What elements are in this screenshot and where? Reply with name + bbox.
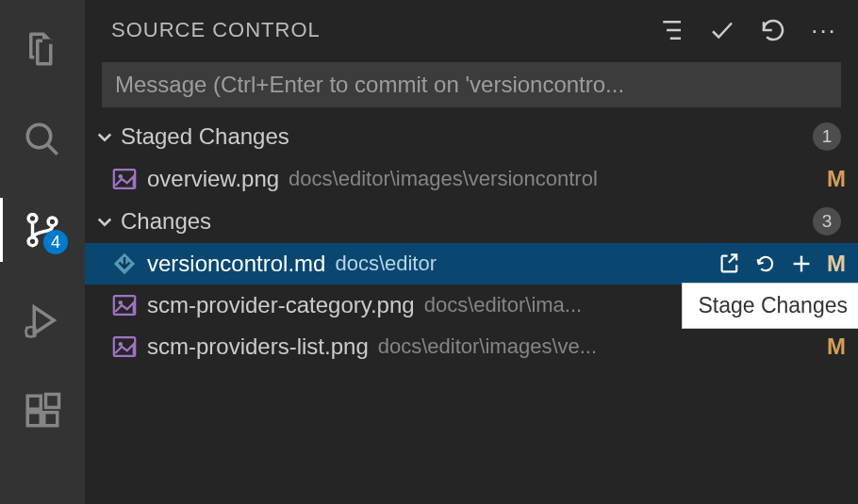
section-staged-changes[interactable]: Staged Changes 1 xyxy=(85,115,858,158)
view-as-tree-button[interactable] xyxy=(654,13,688,47)
open-file-button[interactable] xyxy=(715,249,745,279)
search-icon xyxy=(23,120,62,159)
commit-message-input[interactable]: Message (Ctrl+Enter to commit on 'versio… xyxy=(102,62,841,107)
changes-file-row[interactable]: scm-providers-list.png docs\editor\image… xyxy=(85,326,858,367)
image-file-icon xyxy=(111,292,138,318)
commit-message-box: Message (Ctrl+Enter to commit on 'versio… xyxy=(102,62,841,107)
markdown-file-icon xyxy=(111,251,138,277)
activity-source-control[interactable]: 4 xyxy=(0,198,85,262)
debug-icon xyxy=(23,301,62,340)
refresh-button[interactable] xyxy=(756,13,790,47)
activity-explorer[interactable] xyxy=(0,17,85,81)
svg-rect-12 xyxy=(27,413,41,426)
refresh-icon xyxy=(759,16,787,44)
svg-line-9 xyxy=(26,335,28,337)
activity-bar: 4 xyxy=(0,0,85,504)
file-status: M xyxy=(824,333,849,360)
chevron-down-icon xyxy=(92,124,117,149)
open-file-icon xyxy=(718,252,741,275)
changes-file-row[interactable]: versioncontrol.md docs\editor xyxy=(85,243,858,285)
more-actions-button[interactable]: ··· xyxy=(807,13,841,47)
file-path: docs\editor xyxy=(335,252,709,276)
stage-changes-button[interactable] xyxy=(786,249,817,279)
commit-button[interactable] xyxy=(705,13,739,47)
discard-changes-button[interactable] xyxy=(751,249,781,279)
chevron-down-icon xyxy=(92,209,117,234)
panel-title: SOURCE CONTROL xyxy=(111,18,654,42)
svg-point-2 xyxy=(28,214,37,222)
tree-icon xyxy=(657,16,685,44)
count-badge: 1 xyxy=(813,122,841,151)
image-file-icon xyxy=(111,166,138,192)
file-status: M xyxy=(824,166,849,192)
svg-rect-14 xyxy=(46,395,59,408)
section-label: Staged Changes xyxy=(121,123,813,150)
svg-point-0 xyxy=(27,124,51,148)
staged-file-row[interactable]: overview.png docs\editor\images\versionc… xyxy=(85,158,858,200)
svg-line-7 xyxy=(26,327,28,329)
svg-rect-11 xyxy=(27,396,41,409)
file-status: M xyxy=(824,251,849,277)
svg-line-10 xyxy=(34,335,36,337)
svg-line-8 xyxy=(34,327,36,329)
file-name: versioncontrol.md xyxy=(147,251,325,277)
activity-search[interactable] xyxy=(0,107,85,171)
image-file-icon xyxy=(111,333,138,360)
panel-header: SOURCE CONTROL ··· xyxy=(85,0,858,57)
svg-point-3 xyxy=(28,237,37,246)
file-path: docs\editor\images\versioncontrol xyxy=(289,167,817,191)
panel-actions: ··· xyxy=(654,13,849,47)
source-control-panel: SOURCE CONTROL ··· xyxy=(85,0,858,504)
extensions-icon xyxy=(23,391,62,431)
count-badge: 3 xyxy=(813,207,841,236)
svg-point-4 xyxy=(48,218,57,226)
discard-icon xyxy=(754,252,777,275)
scm-badge: 4 xyxy=(43,230,68,254)
activity-extensions[interactable] xyxy=(0,379,85,443)
svg-rect-13 xyxy=(44,413,58,426)
section-changes[interactable]: Changes 3 xyxy=(85,200,858,243)
file-path: docs\editor\images\ve... xyxy=(378,334,817,359)
activity-debug[interactable] xyxy=(0,288,85,352)
check-icon xyxy=(708,16,736,44)
section-label: Changes xyxy=(121,208,813,235)
tooltip: Stage Changes xyxy=(682,283,858,329)
svg-line-1 xyxy=(47,144,58,154)
ellipsis-icon: ··· xyxy=(811,25,837,35)
file-name: scm-provider-category.png xyxy=(147,292,415,318)
file-name: overview.png xyxy=(147,166,279,192)
svg-marker-5 xyxy=(34,307,54,333)
file-row-actions xyxy=(715,249,817,279)
files-icon xyxy=(23,29,62,69)
file-name: scm-providers-list.png xyxy=(147,333,369,360)
plus-icon xyxy=(790,252,813,275)
